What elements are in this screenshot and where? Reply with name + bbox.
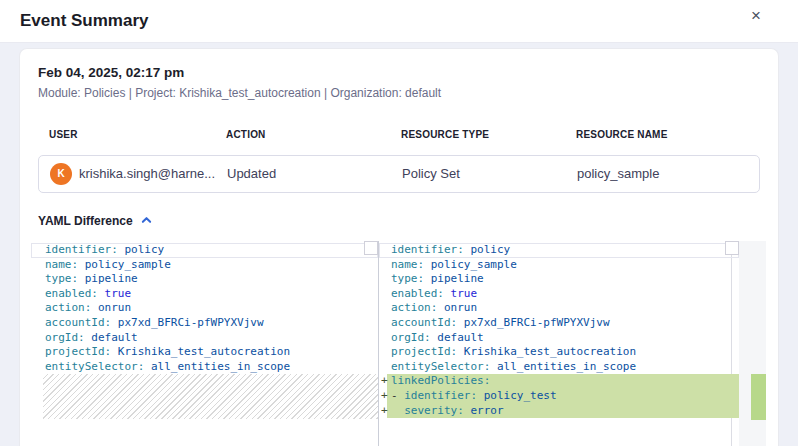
table-row: K krishika.singh@harne... Updated Policy… [38, 155, 760, 193]
resource-name-value: policy_sample [577, 156, 659, 192]
code-line: type: pipeline [31, 272, 378, 287]
chevron-up-icon [141, 215, 152, 225]
event-timestamp: Feb 04, 2025, 02:17 pm [38, 65, 184, 80]
code-line: action: onrun [379, 301, 739, 316]
diff-plus-sign: + [381, 389, 388, 404]
right-scrollbar-thumb[interactable] [725, 241, 739, 255]
diff-added-line: + severity: error [379, 404, 739, 419]
yaml-diff-editor[interactable]: identifier: policyname: policy_sampletyp… [31, 241, 766, 446]
code-line: orgId: default [31, 331, 378, 346]
code-line: name: policy_sample [379, 258, 739, 273]
diff-placeholder-hatch [43, 374, 378, 419]
diff-pane-original[interactable]: identifier: policyname: policy_sampletyp… [31, 241, 378, 446]
event-summary-modal: Event Summary × Feb 04, 2025, 02:17 pm M… [0, 0, 798, 446]
overview-added-marker [751, 374, 766, 420]
page-title: Event Summary [20, 0, 149, 42]
modal-header: Event Summary × [0, 0, 798, 43]
code-line: entitySelector: all_entities_in_scope [379, 360, 739, 375]
modal-body: Feb 04, 2025, 02:17 pm Module: Policies … [0, 43, 798, 446]
diff-plus-sign: + [381, 404, 388, 419]
left-scrollbar-thumb[interactable] [364, 241, 378, 255]
close-icon[interactable]: × [744, 4, 768, 28]
diff-plus-sign: + [381, 374, 388, 389]
code-line: action: onrun [31, 301, 378, 316]
code-line: accountId: px7xd_BFRCi-pfWPYXVjvw [31, 316, 378, 331]
code-line: type: pipeline [379, 272, 739, 287]
code-line: entitySelector: all_entities_in_scope [31, 360, 378, 375]
code-line: projectId: Krishika_test_autocreation [31, 345, 378, 360]
column-header-resource-name: RESOURCE NAME [576, 129, 668, 140]
column-header-action: ACTION [226, 129, 266, 140]
code-line: name: policy_sample [31, 258, 378, 273]
yaml-difference-label: YAML Difference [38, 214, 133, 228]
action-value: Updated [227, 156, 276, 192]
code-line: enabled: true [31, 287, 378, 302]
yaml-difference-section: YAML Difference [38, 211, 152, 227]
code-line: identifier: policy [31, 243, 378, 258]
code-line: enabled: true [379, 287, 739, 302]
event-metadata: Module: Policies | Project: Krishika_tes… [38, 86, 441, 100]
code-line: projectId: Krishika_test_autocreation [379, 345, 739, 360]
column-header-resource-type: RESOURCE TYPE [401, 129, 489, 140]
code-line: accountId: px7xd_BFRCi-pfWPYXVjvw [379, 316, 739, 331]
event-card: Feb 04, 2025, 02:17 pm Module: Policies … [19, 48, 779, 446]
user-email: krishika.singh@harne... [79, 156, 215, 192]
column-header-user: USER [49, 129, 78, 140]
avatar: K [50, 163, 72, 185]
code-line: identifier: policy [379, 243, 739, 258]
yaml-diff-collapse-button[interactable] [141, 213, 152, 228]
diff-added-line: +linkedPolicies: [379, 374, 739, 389]
diff-pane-modified[interactable]: identifier: policyname: policy_sampletyp… [379, 241, 739, 446]
diff-overview-ruler[interactable] [739, 241, 766, 446]
resource-type-value: Policy Set [402, 156, 460, 192]
diff-added-line: +- identifier: policy_test [379, 389, 739, 404]
code-line: orgId: default [379, 331, 739, 346]
